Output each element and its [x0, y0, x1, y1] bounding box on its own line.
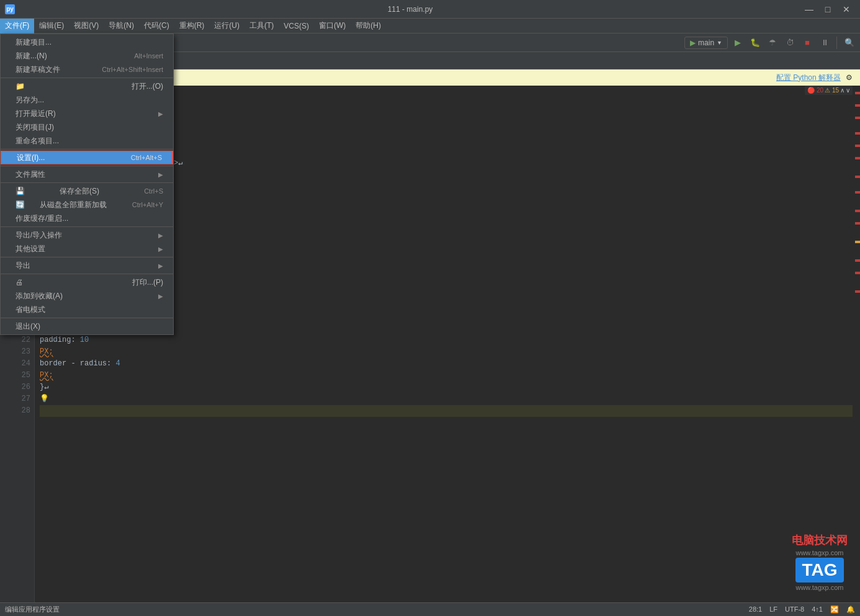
sep-7	[1, 274, 173, 274]
menu-reload[interactable]: 🔄 从磁盘全部重新加载 Ctrl+Alt+Y	[1, 198, 173, 212]
banner-settings-icon[interactable]: ⚙	[846, 73, 853, 82]
menu-vcs[interactable]: VCS(S)	[279, 19, 314, 33]
menu-refactor[interactable]: 重构(R)	[174, 19, 210, 33]
menu-navigate[interactable]: 导航(N)	[104, 19, 139, 33]
menu-open[interactable]: 📁 打开...(O)	[1, 79, 173, 93]
debug-button[interactable]: 🐛	[748, 35, 763, 50]
menu-export[interactable]: 导出 ▶	[1, 259, 173, 272]
menu-print[interactable]: 🖨 打印...(P)	[1, 275, 173, 289]
nav-up[interactable]: ∧	[840, 87, 844, 94]
code-line-22: padding: 10	[40, 334, 853, 346]
coverage-button[interactable]: ☂	[765, 35, 780, 50]
run-config-selector[interactable]: ▶ main ▼	[684, 37, 728, 49]
code-line-23: PX;	[40, 346, 853, 358]
code-line-26: }↵	[40, 382, 853, 393]
menu-settings[interactable]: 设置(I)... Ctrl+Alt+S	[1, 151, 173, 164]
window-title: 111 - main.py	[20, 5, 800, 14]
menu-add-favorites[interactable]: 添加到收藏(A) ▶	[1, 289, 173, 303]
menu-save-as[interactable]: 另存为...	[1, 93, 173, 107]
run-config-arrow: ▼	[717, 40, 722, 46]
run-button[interactable]: ▶	[730, 35, 745, 50]
menu-run[interactable]: 运行(U)	[209, 19, 244, 33]
menu-close-project[interactable]: 关闭项目(J)	[1, 120, 173, 134]
sep-5	[1, 226, 173, 227]
error-count: 🔴 20	[807, 87, 823, 94]
sep-6	[1, 257, 173, 257]
toolbar-sep-2	[836, 37, 837, 49]
git-icon: 🔀	[830, 605, 839, 614]
maximize-button[interactable]: □	[819, 3, 836, 16]
sep-1	[1, 78, 173, 78]
menu-power-save[interactable]: 省电模式	[1, 303, 173, 316]
menu-file[interactable]: 文件(F)	[0, 19, 34, 33]
menu-new-project[interactable]: 新建项目...	[1, 35, 173, 49]
watermark: 电脑技术网 www.tagxp.com TAG www.tagxp.com	[792, 533, 848, 591]
menu-help[interactable]: 帮助(H)	[351, 19, 386, 33]
watermark-tag: TAG	[795, 558, 843, 583]
menu-window[interactable]: 窗口(W)	[314, 19, 351, 33]
dropdown-menu: 新建项目... 新建...(N) Alt+Insert 新建草稿文件 Ctrl+…	[0, 33, 174, 335]
menu-revert[interactable]: 作废缓存/重启...	[1, 212, 173, 225]
open-recent-arrow: ▶	[158, 110, 163, 117]
watermark-url-1: www.tagxp.com	[792, 549, 848, 556]
file-props-arrow: ▶	[158, 171, 163, 178]
warning-count: ⚠ 15	[825, 87, 839, 94]
menu-file-props[interactable]: 文件属性 ▶	[1, 167, 173, 181]
file-menu-dropdown: 新建项目... 新建...(N) Alt+Insert 新建草稿文件 Ctrl+…	[0, 33, 174, 335]
menu-new-scratch[interactable]: 新建草稿文件 Ctrl+Alt+Shift+Insert	[1, 63, 173, 76]
stop-button[interactable]: ■	[800, 35, 815, 50]
line-ending[interactable]: LF	[769, 605, 777, 614]
menu-exit[interactable]: 退出(X)	[1, 319, 173, 333]
menu-bar: 文件(F) 编辑(E) 视图(V) 导航(N) 代码(C) 重构(R) 运行(U…	[0, 19, 860, 33]
run-config-name: main	[698, 38, 714, 47]
menu-code[interactable]: 代码(C)	[139, 19, 174, 33]
status-bar: 编辑应用程序设置 28:1 LF UTF-8 4↑1 🔀 🔔	[0, 602, 860, 616]
configure-interpreter-link[interactable]: 配置 Python 解释器	[776, 73, 841, 83]
error-bar: 🔴 20 ⚠ 15 ∧ ∨	[853, 86, 860, 602]
minimize-button[interactable]: —	[800, 3, 818, 16]
close-button[interactable]: ✕	[838, 3, 855, 16]
code-line-24: border - radius: 4	[40, 358, 853, 370]
sep-4	[1, 182, 173, 183]
menu-other-settings[interactable]: 其他设置 ▶	[1, 242, 173, 256]
sep-8	[1, 318, 173, 318]
code-line-27: 💡	[40, 393, 853, 405]
sep-2	[1, 149, 173, 150]
profile-button[interactable]: ⏱	[782, 35, 797, 50]
app-icon: py	[5, 4, 15, 14]
menu-tools[interactable]: 工具(T)	[244, 19, 279, 33]
cursor-position[interactable]: 28:1	[749, 605, 762, 614]
pause-button[interactable]: ⏸	[817, 35, 832, 50]
status-message: 编辑应用程序设置	[5, 605, 60, 614]
code-line-25: PX;	[40, 370, 853, 382]
indent-info[interactable]: 4↑1	[812, 605, 823, 614]
nav-down[interactable]: ∨	[846, 87, 850, 94]
encoding[interactable]: UTF-8	[785, 605, 804, 614]
menu-view[interactable]: 视图(V)	[69, 19, 104, 33]
export-import-arrow: ▶	[158, 232, 163, 239]
menu-open-recent[interactable]: 打开最近(R) ▶	[1, 107, 173, 120]
menu-export-import[interactable]: 导出/导入操作 ▶	[1, 228, 173, 242]
search-everywhere-button[interactable]: 🔍	[841, 35, 858, 50]
window-controls: — □ ✕	[800, 3, 855, 16]
sep-3	[1, 166, 173, 166]
other-settings-arrow: ▶	[158, 246, 163, 252]
notifications[interactable]: 🔔	[846, 605, 855, 614]
add-favorites-arrow: ▶	[158, 293, 163, 300]
menu-save-all[interactable]: 💾 保存全部(S) Ctrl+S	[1, 184, 173, 198]
menu-rename[interactable]: 重命名项目...	[1, 134, 173, 148]
code-line-28	[40, 405, 853, 417]
title-bar: py 111 - main.py — □ ✕	[0, 0, 860, 19]
status-right: 28:1 LF UTF-8 4↑1 🔀 🔔	[749, 605, 855, 614]
export-arrow: ▶	[158, 262, 163, 269]
menu-edit[interactable]: 编辑(E)	[34, 19, 69, 33]
watermark-url-2: www.tagxp.com	[792, 584, 848, 591]
toolbar-right: ▶ main ▼ ▶ 🐛 ☂ ⏱ ■ ⏸ 🔍	[684, 35, 858, 50]
watermark-title: 电脑技术网	[792, 533, 848, 548]
menu-new[interactable]: 新建...(N) Alt+Insert	[1, 49, 173, 63]
